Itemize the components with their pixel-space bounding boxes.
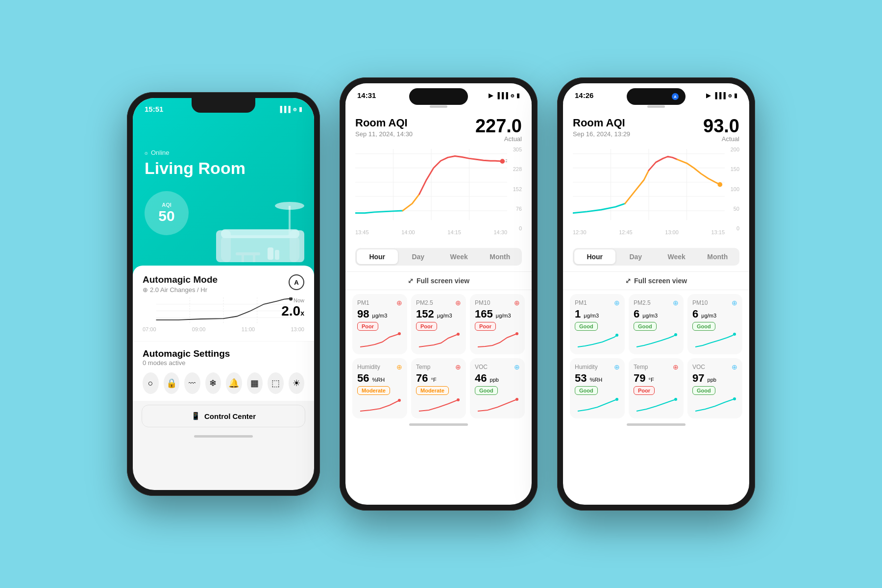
humidity-3-value: 53 %RH (575, 372, 620, 385)
aqi-actual-3: Actual (703, 135, 739, 143)
humidity-3-icon: ⊕ (614, 363, 620, 371)
voc-sparkline (475, 396, 520, 414)
pm25-value: 152 μg/m3 (416, 308, 461, 320)
y-labels-2: 305228152760 (508, 147, 522, 231)
hero-section: ⌾ Online Living Room AQI 50 (133, 98, 314, 274)
mode-icon-wave[interactable]: 〰 (184, 372, 200, 394)
fan-icon: ⊕ (143, 286, 148, 294)
furniture-illustration (206, 176, 314, 274)
wifi-icon-2: ⌾ (511, 92, 514, 99)
period-tabs-3[interactable]: Hour Day Week Month (573, 248, 739, 266)
x-labels-3: 12:3012:4513:0013:15 (573, 229, 739, 235)
home-indicator-2 (409, 423, 468, 426)
svg-point-34 (515, 398, 518, 401)
automagic-subtitle: ⊕ 2.0 Air Changes / Hr (143, 286, 218, 294)
x-labels-2: 13:4514:0014:1514:30 (355, 229, 522, 235)
fullscreen-label-3: Full screen view (634, 277, 687, 285)
period-tabs-2[interactable]: Hour Day Week Month (355, 248, 522, 266)
temp-3-label: Temp (634, 364, 648, 370)
pm10-3-badge: Good (692, 322, 715, 331)
tab-week-2[interactable]: Week (439, 249, 480, 264)
mode-icon-screen[interactable]: ⬚ (268, 372, 284, 394)
pm10-label: PM10 (475, 299, 490, 306)
temp-3-value: 79 °F (634, 372, 679, 385)
fullscreen-btn-2[interactable]: ⤢ Full screen view (345, 271, 532, 290)
mode-icon-lock[interactable]: 🔒 (164, 372, 180, 394)
aqi-label: AQI (162, 202, 172, 208)
aqi-value-3: 93.0 (703, 117, 739, 135)
tab-hour-2[interactable]: Hour (357, 249, 398, 264)
voc-badge: Good (475, 386, 498, 395)
svg-rect-7 (236, 252, 260, 255)
now-label: Now (281, 297, 304, 303)
temp-value: 76 °F (416, 372, 461, 385)
metric3-voc: VOC ⊕ 97 ppb Good (687, 358, 742, 418)
temp-label: Temp (416, 364, 430, 370)
mode-icon-bell[interactable]: 🔔 (226, 372, 242, 394)
dynamic-island-2 (409, 88, 468, 105)
metrics-grid-2: PM1 ⊕ 98 μg/m3 Poor PM2.5 ⊕ (345, 294, 532, 418)
phone1-status-icons: ▐▐▐ ⌾ ▮ (278, 106, 302, 113)
phone2-time: 14:31 (357, 91, 376, 99)
signal-icon: ▐▐▐ (278, 106, 291, 113)
home-indicator-3 (627, 423, 686, 426)
aqi-title-3: Room AQI (573, 117, 630, 129)
mode-icon-grid[interactable]: ▦ (247, 372, 263, 394)
humidity-3-sparkline (575, 396, 620, 414)
settings-title: Automagic Settings (143, 348, 304, 359)
svg-point-45 (674, 333, 677, 336)
y-labels-3: 200150100500 (726, 147, 739, 231)
pm10-3-label: PM10 (692, 299, 708, 306)
automagic-title: Automagic Mode (143, 274, 218, 285)
temp-3-sparkline (634, 396, 679, 414)
svg-text:228: 228 (505, 158, 507, 163)
tab-month-3[interactable]: Month (697, 249, 738, 264)
svg-point-44 (615, 334, 618, 337)
voc-3-label: VOC (692, 364, 705, 370)
voc-3-badge: Good (692, 386, 715, 395)
pm1-3-icon: ⊕ (614, 299, 620, 307)
metric3-pm10: PM10 ⊕ 6 μg/m3 Good (687, 294, 742, 354)
tab-day-3[interactable]: Day (615, 249, 657, 264)
humidity-icon: ⊕ (396, 363, 402, 371)
mode-icon-circle[interactable]: ○ (143, 372, 159, 394)
pm1-sparkline (357, 332, 402, 349)
humidity-3-label: Humidity (575, 364, 598, 370)
tab-week-3[interactable]: Week (656, 249, 697, 264)
svg-rect-8 (242, 255, 244, 262)
now-value: 2.0x (281, 303, 304, 319)
control-center-button[interactable]: 📱 Control Center (142, 405, 305, 427)
aqi-date-2: Sep 11, 2024, 14:30 (355, 130, 413, 138)
wifi-icon-3: ⌾ (728, 92, 732, 99)
aqi-title-2: Room AQI (355, 117, 413, 129)
phone-3: 14:26 A ▶ ▐▐▐ ⌾ ▮ Room AQI Sep 16, 2024 (557, 77, 755, 511)
fullscreen-label-2: Full screen view (416, 277, 469, 285)
tab-month-2[interactable]: Month (480, 249, 521, 264)
room-name: Living Room (145, 159, 302, 177)
svg-point-47 (615, 398, 618, 401)
pm1-value: 98 μg/m3 (357, 308, 402, 320)
svg-rect-10 (268, 247, 273, 260)
svg-point-32 (398, 399, 401, 402)
metrics-grid-3: PM1 ⊕ 1 μg/m3 Good PM2.5 ⊕ (563, 294, 749, 418)
voc-3-sparkline (692, 396, 737, 414)
pm25-3-label: PM2.5 (634, 299, 651, 306)
metric3-temp: Temp ⊕ 79 °F Poor (629, 358, 684, 418)
pm25-badge: Poor (416, 322, 437, 331)
temp-badge: Moderate (416, 386, 449, 395)
tab-hour-3[interactable]: Hour (574, 249, 615, 264)
mode-icon-sun[interactable]: ☀ (289, 372, 305, 394)
mode-icon-snow[interactable]: ❄ (205, 372, 221, 394)
fullscreen-icon-3: ⤢ (625, 277, 631, 285)
svg-point-29 (398, 332, 401, 335)
fullscreen-icon-2: ⤢ (408, 277, 414, 285)
drag-handle-3 (563, 105, 749, 108)
temp-sparkline (416, 396, 461, 414)
tab-day-2[interactable]: Day (398, 249, 439, 264)
signal-icon-3: ▐▐▐ (713, 92, 726, 99)
svg-point-30 (457, 333, 460, 336)
fullscreen-btn-3[interactable]: ⤢ Full screen view (563, 271, 749, 290)
voc-icon: ⊕ (514, 363, 520, 371)
metric-humidity: Humidity ⊕ 56 %RH Moderate (352, 358, 407, 418)
aqi-value-2: 227.0 (475, 117, 522, 135)
